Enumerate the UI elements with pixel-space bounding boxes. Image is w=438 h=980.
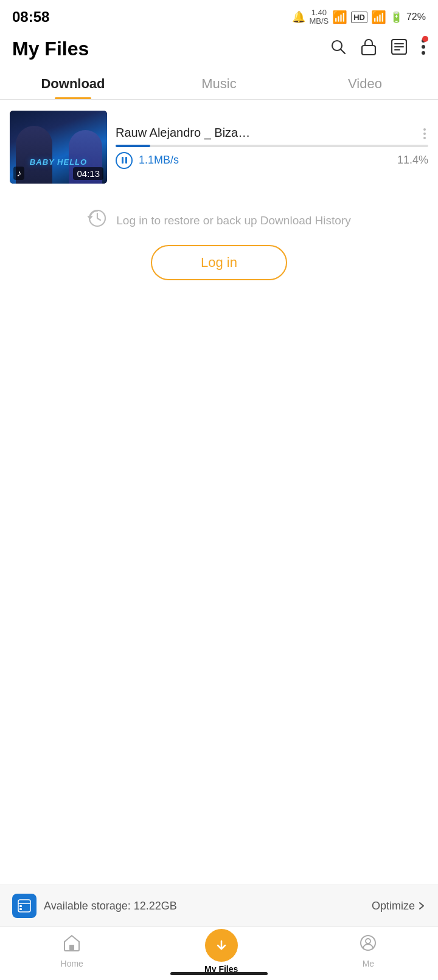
note-icon: ♪: [13, 167, 24, 180]
svg-point-5: [422, 45, 425, 49]
svg-point-6: [422, 51, 425, 55]
download-list: BABY HELLO ♪ 04:13 Rauw Alejandro _ Biza…: [0, 100, 438, 190]
login-prompt-text: Log in to restore or back up Download Hi…: [116, 214, 350, 227]
search-icon[interactable]: [330, 38, 347, 60]
notification-dot: [422, 36, 428, 42]
battery-icon: 🔋: [390, 11, 403, 24]
login-prompt: Log in to restore or back up Download Hi…: [0, 190, 438, 292]
download-percent: 11.4%: [397, 154, 428, 167]
notification-icon: 🔔: [292, 10, 305, 24]
tab-music[interactable]: Music: [146, 66, 292, 99]
thumbnail[interactable]: BABY HELLO ♪ 04:13: [10, 111, 107, 184]
lock-icon[interactable]: [360, 38, 377, 60]
download-title: Rauw Alejandro _ Biza…: [116, 126, 322, 140]
item-more-button[interactable]: [421, 126, 428, 142]
nav-home-label: Home: [61, 959, 83, 968]
download-speed: 1.1MB/s: [139, 154, 179, 167]
nav-my-files[interactable]: My Files: [195, 925, 248, 978]
signal-icon: 📶: [371, 10, 386, 24]
progress-bar-fill: [116, 145, 150, 147]
me-icon: [359, 934, 377, 956]
optimize-button[interactable]: Optimize: [372, 900, 426, 913]
download-item: BABY HELLO ♪ 04:13 Rauw Alejandro _ Biza…: [10, 111, 428, 184]
svg-rect-10: [19, 905, 22, 907]
nav-me-label: Me: [363, 959, 374, 968]
login-button[interactable]: Log in: [151, 245, 287, 280]
svg-point-0: [332, 41, 342, 50]
nav-home[interactable]: Home: [51, 930, 93, 972]
status-icons: 🔔 1.40 MB/S 📶 HD 📶 🔋 72%: [292, 9, 426, 26]
svg-rect-12: [69, 945, 74, 950]
storage-text: Available storage: 12.22GB: [44, 900, 177, 913]
hd-badge: HD: [351, 12, 367, 23]
progress-bar: [116, 145, 428, 147]
checklist-icon[interactable]: [391, 38, 408, 60]
my-files-icon-circle: [205, 929, 238, 962]
storage-info: Available storage: 12.22GB: [12, 894, 177, 918]
wifi-icon: 📶: [332, 10, 347, 24]
nav-me[interactable]: Me: [349, 930, 387, 972]
tab-video[interactable]: Video: [292, 66, 438, 99]
header: My Files: [0, 32, 438, 66]
video-duration: 04:13: [73, 167, 103, 180]
pause-button[interactable]: [116, 152, 133, 169]
svg-line-1: [341, 50, 346, 54]
status-time: 08:58: [12, 9, 49, 26]
download-meta: 1.1MB/s 11.4%: [116, 152, 428, 169]
home-icon: [63, 934, 81, 956]
storage-bar: Available storage: 12.22GB Optimize: [0, 885, 438, 927]
svg-point-15: [366, 939, 370, 944]
svg-rect-11: [19, 908, 22, 910]
more-menu-icon[interactable]: [421, 38, 426, 60]
tabs: Download Music Video: [0, 66, 438, 100]
history-icon: [87, 208, 108, 233]
svg-rect-2: [362, 46, 375, 55]
tab-download[interactable]: Download: [0, 66, 146, 99]
network-speed: 1.40 MB/S: [309, 9, 328, 26]
header-actions: [330, 38, 426, 60]
storage-icon: [12, 894, 36, 918]
status-bar: 08:58 🔔 1.40 MB/S 📶 HD 📶 🔋 72%: [0, 0, 438, 32]
download-item-info: Rauw Alejandro _ Biza… 1.1MB/s 11.4%: [116, 126, 428, 169]
battery-percent: 72%: [406, 12, 426, 22]
history-row: Log in to restore or back up Download Hi…: [87, 208, 350, 233]
bottom-indicator: [170, 972, 268, 975]
page-title: My Files: [12, 38, 89, 60]
